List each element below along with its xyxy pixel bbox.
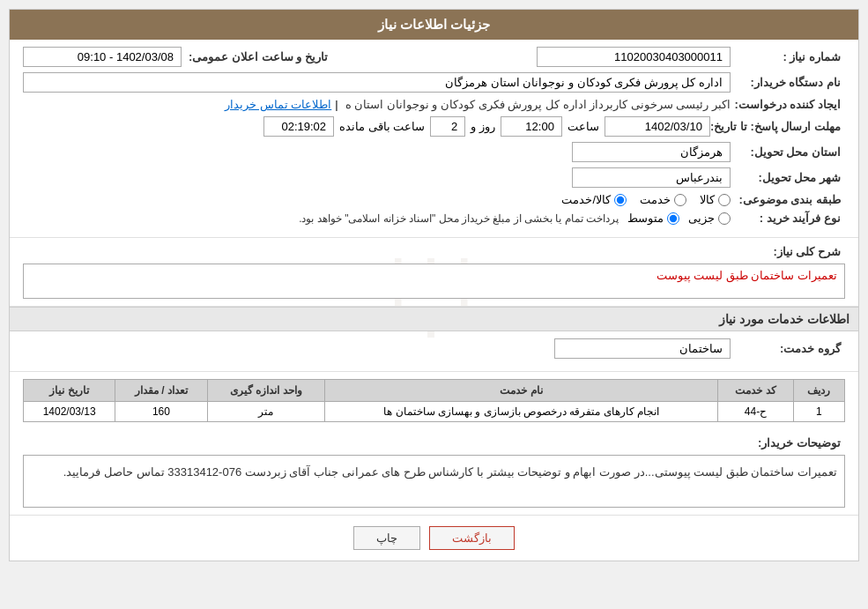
cell-qty: 160 <box>115 402 207 422</box>
services-table-section: ردیف کد خدمت نام خدمت واحد اندازه گیری ت… <box>10 372 858 429</box>
cell-code: ح-44 <box>718 402 794 422</box>
col-header-row: ردیف <box>793 380 844 402</box>
purchase-type-radio-small[interactable] <box>718 212 731 225</box>
city-label: شهر محل تحویل: <box>731 171 845 184</box>
cell-unit: متر <box>207 402 325 422</box>
purchase-type-label: نوع فرآیند خرید : <box>731 212 845 225</box>
purchase-type-label-medium: متوسط <box>627 212 664 225</box>
category-option-service: خدمت <box>640 193 686 206</box>
city-value: بندرعباس <box>572 167 731 188</box>
category-option-both: کالا/خدمت <box>561 193 627 206</box>
print-button[interactable]: چاپ <box>353 526 420 550</box>
buyer-org-value: اداره کل پرورش فکری کودکان و نوجوانان اس… <box>23 72 731 93</box>
category-row: طبقه بندی موضوعی: کالا خدمت <box>23 193 845 206</box>
requester-value: اکبر رئیسی سرخونی کاربرداز اداره کل پرور… <box>345 98 731 111</box>
buyer-org-row: نام دستگاه خریدار: اداره کل پرورش فکری ک… <box>23 72 845 93</box>
province-row: استان محل تحویل: هرمزگان <box>23 142 845 162</box>
service-group-section: گروه خدمت: ساختمان <box>10 331 858 372</box>
deadline-remaining-label: ساعت باقی مانده <box>339 120 425 133</box>
deadline-remaining: 02:19:02 <box>263 116 334 137</box>
purchase-type-row: نوع فرآیند خرید : جزیی متوسط پرداخت تمام… <box>23 212 845 225</box>
buyer-org-label: نام دستگاه خریدار: <box>731 76 845 89</box>
description-value: تعمیرات ساختمان طبق لیست پیوست <box>23 264 845 299</box>
page-title: جزئیات اطلاعات نیاز <box>378 17 490 32</box>
description-section: شرح کلی نیاز: تعمیرات ساختمان طبق لیست پ… <box>10 238 858 307</box>
buttons-row: بازگشت چاپ <box>10 516 858 561</box>
purchase-type-radio-medium[interactable] <box>667 212 679 225</box>
deadline-date: 1402/03/10 <box>605 116 710 137</box>
buyer-desc-header-row: توضیحات خریدار: <box>23 436 845 449</box>
service-group-label: گروه خدمت: <box>731 342 845 355</box>
requester-row: ایجاد کننده درخواست: اکبر رئیسی سرخونی ک… <box>23 98 845 111</box>
col-header-unit: واحد اندازه گیری <box>207 380 325 402</box>
category-option-goods: کالا <box>700 193 731 206</box>
category-radio-group: کالا خدمت کالا/خدمت <box>561 193 731 206</box>
province-label: استان محل تحویل: <box>731 145 845 159</box>
back-button[interactable]: بازگشت <box>429 526 515 550</box>
services-table: ردیف کد خدمت نام خدمت واحد اندازه گیری ت… <box>23 379 845 422</box>
deadline-days-label: روز و <box>471 120 495 133</box>
announce-label: تاریخ و ساعت اعلان عمومی: <box>189 50 328 63</box>
page-wrapper: جزئیات اطلاعات نیاز 🛡 شماره نیاز : 11020… <box>0 0 868 609</box>
buyer-desc-value: تعمیرات ساختمان طبق لیست پیوستی...در صور… <box>23 455 845 508</box>
content-inner: شماره نیاز : 11020030403000011 تاریخ و س… <box>10 40 858 561</box>
purchase-type-options: جزیی متوسط پرداخت تمام یا بخشی از مبلغ خ… <box>299 212 731 225</box>
service-group-value: ساختمان <box>554 338 731 359</box>
buyer-desc-label: توضیحات خریدار: <box>731 436 845 449</box>
deadline-row: مهلت ارسال پاسخ: تا تاریخ: 1402/03/10 سا… <box>23 116 845 137</box>
purchase-type-small: جزیی <box>688 212 731 225</box>
purchase-type-label-small: جزیی <box>688 212 715 225</box>
need-number-label: شماره نیاز : <box>731 50 845 63</box>
category-radio-goods[interactable] <box>718 194 731 206</box>
description-label: شرح کلی نیاز: <box>748 245 845 258</box>
cell-date: 1402/03/13 <box>24 402 115 422</box>
announce-value: 1402/03/08 - 09:10 <box>23 47 182 67</box>
deadline-time: 12:00 <box>501 116 562 137</box>
city-row: شهر محل تحویل: بندرعباس <box>23 167 845 188</box>
cell-name: انجام کارهای متفرقه درخصوص بازسازی و بهس… <box>325 402 718 422</box>
table-header-row: ردیف کد خدمت نام خدمت واحد اندازه گیری ت… <box>24 380 845 402</box>
category-radio-service[interactable] <box>674 194 686 206</box>
services-section-title: اطلاعات خدمات مورد نیاز <box>10 307 858 331</box>
category-label-service: خدمت <box>640 193 671 206</box>
deadline-days: 2 <box>430 116 465 137</box>
requester-link[interactable]: اطلاعات تماس خریدار <box>225 98 331 111</box>
col-header-code: کد خدمت <box>718 380 794 402</box>
service-group-row: گروه خدمت: ساختمان <box>23 338 845 359</box>
need-number-row: شماره نیاز : 11020030403000011 تاریخ و س… <box>23 47 845 67</box>
page-header: جزئیات اطلاعات نیاز <box>10 10 858 40</box>
col-header-qty: تعداد / مقدار <box>115 380 207 402</box>
purchase-type-note: پرداخت تمام یا بخشی از مبلغ خریداز محل "… <box>299 212 619 225</box>
buyer-desc-section: توضیحات خریدار: تعمیرات ساختمان طبق لیست… <box>10 429 858 516</box>
basic-info-section: شماره نیاز : 11020030403000011 تاریخ و س… <box>10 40 858 238</box>
purchase-type-medium: متوسط <box>627 212 679 225</box>
category-label-both: کالا/خدمت <box>561 193 611 206</box>
deadline-time-label: ساعت <box>568 120 599 133</box>
content-area: 🛡 شماره نیاز : 11020030403000011 تاریخ و… <box>10 40 858 561</box>
deadline-label: مهلت ارسال پاسخ: تا تاریخ: <box>710 120 845 133</box>
category-radio-both[interactable] <box>614 194 627 206</box>
col-header-date: تاریخ نیاز <box>24 380 115 402</box>
cell-row: 1 <box>793 402 844 422</box>
description-row: شرح کلی نیاز: <box>23 245 845 258</box>
province-value: هرمزگان <box>572 142 731 162</box>
need-number-value: 11020030403000011 <box>537 47 731 67</box>
main-container: جزئیات اطلاعات نیاز 🛡 شماره نیاز : 11020… <box>9 9 859 561</box>
category-label-goods: کالا <box>700 193 715 206</box>
table-row: 1 ح-44 انجام کارهای متفرقه درخصوص بازساز… <box>24 402 845 422</box>
col-header-name: نام خدمت <box>325 380 718 402</box>
category-label: طبقه بندی موضوعی: <box>731 193 845 206</box>
requester-label: ایجاد کننده درخواست: <box>731 98 845 111</box>
